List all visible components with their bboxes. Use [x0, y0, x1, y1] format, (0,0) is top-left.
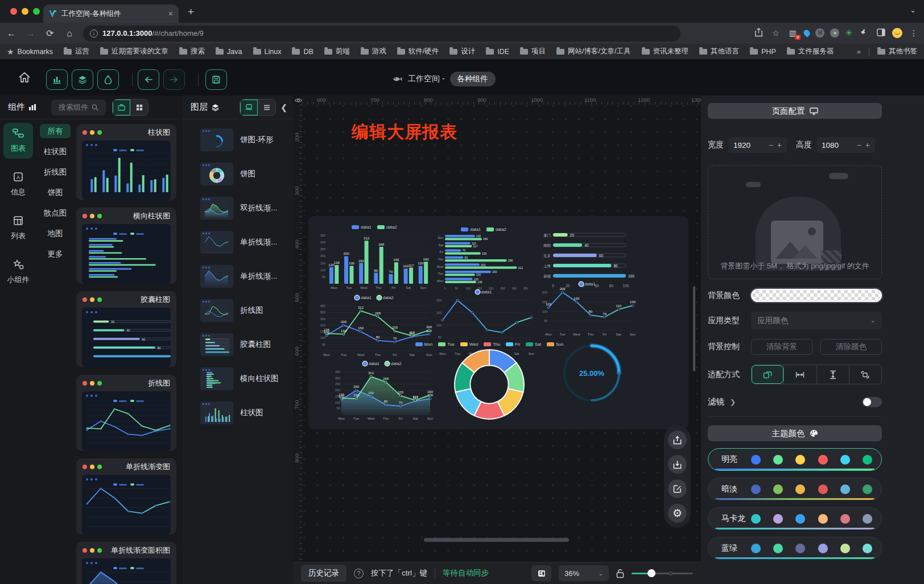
- component-card[interactable]: 柱状图: [76, 124, 176, 200]
- theme-color-dot[interactable]: [840, 514, 850, 524]
- category-item[interactable]: 饼图: [40, 185, 71, 200]
- editor-canvas[interactable]: 6007008009001000110012001300 20030040050…: [293, 96, 701, 584]
- capsule-bar-chart[interactable]: 厦门20南阳40北京60上海80新疆100020406080100: [538, 227, 636, 288]
- visibility-eye-icon[interactable]: [294, 96, 303, 106]
- charts-panel-toggle[interactable]: [46, 69, 68, 90]
- bookmark-folder[interactable]: 资讯未整理: [642, 47, 689, 56]
- category-item[interactable]: 散点图: [40, 206, 71, 220]
- dual-line-chart[interactable]: data1data250100150200250300350MonTueWedT…: [316, 293, 432, 358]
- reload-icon[interactable]: ⟳: [42, 28, 58, 39]
- bookmark-folder[interactable]: 搜索: [179, 47, 205, 56]
- share-icon[interactable]: [753, 28, 764, 39]
- height-input[interactable]: 1080−+: [816, 137, 875, 153]
- category-item[interactable]: 柱状图: [40, 144, 71, 159]
- theme-color-dot[interactable]: [751, 514, 761, 524]
- dual-line-area-chart[interactable]: data1data250100150200250300350MonTueWedT…: [331, 359, 434, 422]
- theme-color-dot[interactable]: [773, 455, 783, 465]
- bookmark-folder[interactable]: 近期需要读的文章: [100, 47, 168, 56]
- theme-color-dot[interactable]: [773, 484, 783, 494]
- filter-toggle[interactable]: [862, 397, 882, 407]
- theme-color-dot[interactable]: [818, 514, 828, 524]
- extension-star-icon[interactable]: ✳: [845, 28, 852, 38]
- search-input[interactable]: 搜索组件: [51, 100, 106, 115]
- lock-open-icon[interactable]: [616, 569, 624, 578]
- extension-cmd-icon[interactable]: ⌘: [815, 28, 824, 38]
- theme-color-dot[interactable]: [840, 455, 850, 465]
- bookmark-folder[interactable]: 文件服务器: [787, 47, 834, 56]
- fit-width-option[interactable]: [783, 365, 816, 384]
- bg-color-swatch[interactable]: [751, 289, 882, 302]
- extension-drop-icon[interactable]: [803, 28, 812, 38]
- browser-tab[interactable]: 工作空间-各种组件 ×: [43, 5, 179, 23]
- macos-minimize-button[interactable]: [22, 8, 28, 15]
- details-panel-toggle[interactable]: [97, 69, 119, 90]
- vertical-scrollbar[interactable]: [693, 286, 695, 371]
- bookmark-folder[interactable]: 项目: [520, 47, 546, 56]
- tab-search-chevron-icon[interactable]: ⌄: [910, 6, 916, 14]
- theme-row-蓝绿[interactable]: 蓝绿: [708, 537, 882, 560]
- clear-background-button[interactable]: 清除背景: [751, 339, 812, 355]
- theme-color-dot[interactable]: [795, 484, 805, 494]
- save-button[interactable]: [205, 69, 227, 90]
- bookmark-star-icon[interactable]: ☆: [770, 28, 781, 38]
- layer-item[interactable]: 双折线渐...: [182, 191, 293, 225]
- theme-color-dot[interactable]: [840, 484, 850, 494]
- app-type-select[interactable]: 应用颜色⌄: [751, 312, 882, 329]
- theme-row-马卡龙[interactable]: 马卡龙: [708, 507, 882, 530]
- rail-item-0[interactable]: 图表: [3, 123, 33, 159]
- help-icon[interactable]: ?: [354, 569, 364, 578]
- single-line-gradient-chart[interactable]: data150100150200MonTueWedThuFriSatSun120…: [538, 280, 636, 338]
- bookmark-folder[interactable]: 设计: [449, 47, 475, 56]
- address-bar[interactable]: i 127.0.0.1:3000/#/chart/home/9: [83, 26, 680, 42]
- component-card[interactable]: 胶囊柱图 20406080100: [76, 291, 176, 367]
- layer-item[interactable]: 单折线渐...: [182, 259, 293, 293]
- workspace-label[interactable]: 工作空间 -: [408, 74, 445, 84]
- profile-avatar[interactable]: [892, 28, 902, 38]
- theme-color-dot[interactable]: [751, 544, 761, 553]
- layer-item[interactable]: 单折线渐...: [182, 225, 293, 259]
- project-name-pill[interactable]: 各种组件: [450, 72, 496, 86]
- theme-row-暗淡[interactable]: 暗淡: [708, 478, 882, 500]
- theme-color-dot[interactable]: [751, 455, 761, 465]
- bookmark-folder[interactable]: 游戏: [361, 47, 386, 56]
- donut-pie-chart[interactable]: MonTueWedThuFriSatSun: [420, 340, 559, 422]
- rail-item-1[interactable]: A信息: [3, 167, 33, 202]
- extensions-puzzle-icon[interactable]: [858, 28, 869, 38]
- page-config-header[interactable]: 页面配置: [708, 103, 882, 119]
- extension-dot-icon[interactable]: ●: [830, 28, 839, 38]
- theme-color-dot[interactable]: [795, 514, 805, 524]
- layer-item[interactable]: 饼图: [182, 157, 293, 191]
- bookmark-folder[interactable]: 其他语言: [699, 47, 739, 56]
- theme-color-dot[interactable]: [863, 455, 872, 465]
- forward-icon[interactable]: →: [23, 28, 39, 39]
- bookmark-folder[interactable]: PHP: [750, 47, 776, 56]
- zoom-slider[interactable]: [632, 569, 693, 577]
- bookmark-folder[interactable]: 软件/硬件: [397, 47, 439, 56]
- theme-color-dot[interactable]: [818, 484, 828, 494]
- bookmark-folder[interactable]: 运营: [64, 47, 89, 56]
- new-tab-button[interactable]: +: [188, 6, 194, 18]
- bookmark-folder[interactable]: Linux: [253, 47, 282, 56]
- bookmark-folder[interactable]: 前端: [324, 47, 350, 56]
- export-button[interactable]: [668, 430, 687, 449]
- theme-color-dot[interactable]: [863, 514, 872, 524]
- big-screen-title-text[interactable]: 编辑大屏报表: [352, 121, 457, 144]
- toolbox-view-button[interactable]: [113, 100, 130, 115]
- thumbnail-view-button[interactable]: [240, 100, 258, 115]
- component-card[interactable]: 单折线渐变图: [76, 458, 176, 535]
- theme-color-dot[interactable]: [751, 484, 761, 494]
- bookmarks-overflow[interactable]: »: [857, 48, 861, 56]
- align-panel-button[interactable]: [531, 565, 551, 581]
- layer-item[interactable]: 胶囊柱图: [182, 328, 293, 362]
- width-input[interactable]: 1920−+: [728, 137, 787, 153]
- category-item[interactable]: 折线图: [40, 165, 71, 179]
- component-card[interactable]: 单折线渐变面积图: [76, 542, 176, 584]
- theme-color-header[interactable]: 主题颜色: [708, 425, 882, 441]
- rail-item-3[interactable]: 小组件: [3, 254, 33, 290]
- rail-item-2[interactable]: 列表: [3, 210, 33, 246]
- width-plus[interactable]: +: [777, 140, 782, 150]
- background-upload-dropzone[interactable]: 背景图需小于 5M， 格式为 png/jpg/gif 的文件: [708, 165, 882, 279]
- ring-progress-chart[interactable]: 25.00%: [561, 342, 622, 404]
- layer-item[interactable]: 饼图-环形: [182, 123, 293, 157]
- height-plus[interactable]: +: [865, 140, 870, 150]
